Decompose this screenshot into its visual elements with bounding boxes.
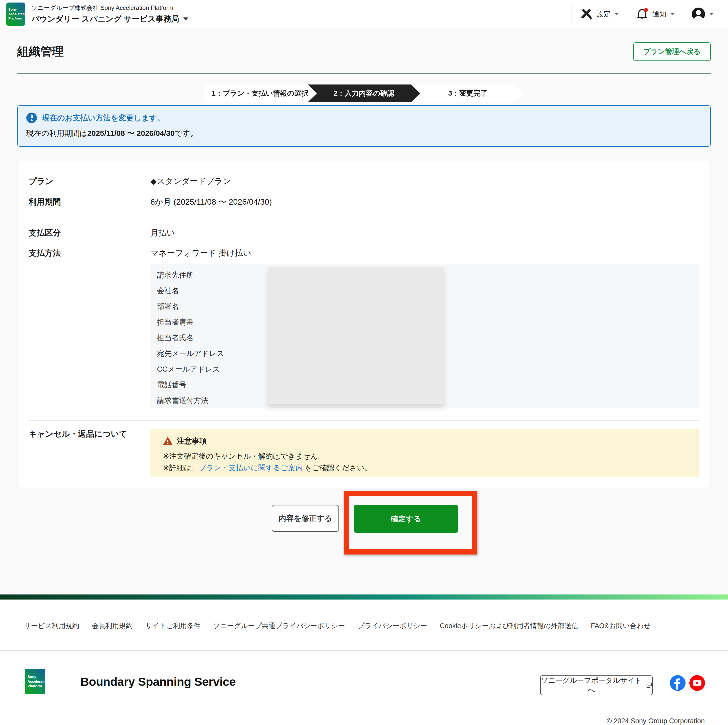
usage-period-value: 6か月 (2025/11/08 〜 2026/04/30)	[150, 197, 272, 207]
org-selector[interactable]: バウンダリー スパニング サービス事務局	[31, 14, 188, 24]
wizard-stepper: 1：プラン・支払い情報の選択 2：入力内容の確認 3：変更完了	[17, 84, 711, 102]
external-link-icon	[646, 682, 652, 688]
account-menu[interactable]	[683, 5, 722, 24]
logo-line: Sony	[28, 674, 45, 679]
confirmation-details-card: プラン ◆スタンダードプラン 利用期間 6か月 (2025/11/08 〜 20…	[17, 161, 711, 488]
service-brand-name: Boundary Spanning Service	[80, 674, 236, 688]
footer-link-service-terms[interactable]: サービス利用規約	[24, 621, 79, 630]
warning-icon	[163, 437, 173, 446]
info-icon	[26, 113, 37, 123]
footer-link-sony-group-privacy-policy[interactable]: ソニーグループ共通プライバシーポリシー	[213, 621, 345, 630]
notice-title: 注意事項	[177, 436, 207, 446]
confirm-button[interactable]: 確定する	[354, 505, 458, 533]
logo-line: Acceleration	[28, 679, 45, 684]
top-header: Sony Acceleration Platform ソニーグループ株式会社 S…	[0, 0, 728, 28]
page-title: 組織管理	[17, 44, 64, 60]
chevron-down-icon	[709, 13, 714, 15]
notifications-menu[interactable]: 通知	[627, 5, 683, 24]
section-divider	[29, 420, 699, 421]
annotation-highlight-box: 確定する	[344, 491, 477, 555]
notifications-label: 通知	[652, 9, 667, 19]
organization-management-page: 組織管理 プラン管理へ戻る 1：プラン・支払い情報の選択 2：入力内容の確認 3…	[0, 28, 728, 552]
settings-tools-icon	[580, 8, 593, 21]
copyright-notice: © 2024 Sony Group Corporation	[607, 717, 705, 725]
footer-link-faq-contact[interactable]: FAQ&お問い合わせ	[591, 621, 651, 630]
usage-period-label: 利用期間	[29, 197, 150, 207]
sony-acceleration-platform-logo: Sony Acceleration Platform	[25, 669, 45, 694]
footer-links-nav: サービス利用規約 会員利用規約 サイトご利用条件 ソニーグループ共通プライバシー…	[0, 599, 728, 651]
notification-badge	[644, 8, 648, 12]
footer-link-site-terms[interactable]: サイトご利用条件	[145, 621, 201, 630]
plan-payment-guide-link[interactable]: プラン・支払いに関するご案内	[199, 464, 305, 472]
payment-type-label: 支払区分	[29, 228, 150, 238]
notice-line-2: ※詳細は、プラン・支払いに関するご案内 をご確認ください。	[163, 462, 689, 474]
step-3-change-complete: 3：変更完了	[412, 84, 524, 102]
payment-change-info-alert: 現在のお支払い方法を変更します。 現在の利用期間は2025/11/08 〜 20…	[17, 105, 711, 147]
logo-line: Platform	[8, 16, 25, 21]
redacted-billing-values	[268, 267, 444, 404]
settings-label: 設定	[596, 9, 611, 19]
payment-method-value: マネーフォワード 掛け払い	[150, 248, 251, 258]
cancel-return-section-label: キャンセル・返品について	[29, 429, 150, 439]
notice-line-1: ※注文確定後のキャンセル・解約はできません。	[163, 450, 689, 462]
logo-line: Sony	[8, 7, 25, 12]
usage-period-value: 2025/11/08 〜 2026/04/30	[87, 129, 174, 137]
footer-gradient-bar	[0, 595, 728, 599]
plan-label: プラン	[29, 176, 150, 186]
title-divider	[17, 74, 711, 74]
youtube-icon[interactable]	[689, 675, 705, 691]
payment-type-value: 月払い	[150, 228, 175, 238]
caution-notice-box: 注意事項 ※注文確定後のキャンセル・解約はできません。 ※詳細は、プラン・支払い…	[150, 429, 699, 477]
alert-body: 現在の利用期間は2025/11/08 〜 2026/04/30です。	[26, 128, 700, 139]
logo-line: Platform	[28, 684, 45, 688]
footer: サービス利用規約 会員利用規約 サイトご利用条件 ソニーグループ共通プライバシー…	[0, 599, 728, 725]
step-1-plan-payment-selection: 1：プラン・支払い情報の選択	[204, 84, 317, 102]
bell-icon	[635, 7, 649, 21]
sony-acceleration-platform-logo[interactable]: Sony Acceleration Platform	[6, 3, 25, 26]
logo-line: Acceleration	[8, 12, 25, 17]
billing-details-panel: 請求先住所 会社名 部署名 担当者肩書 担当者氏名 宛先メールアドレス CCメー…	[150, 264, 699, 408]
alert-title: 現在のお支払い方法を変更します。	[42, 113, 165, 123]
chevron-down-icon	[614, 13, 619, 15]
action-buttons-row: 内容を修正する 確定する	[17, 488, 711, 552]
settings-menu[interactable]: 設定	[572, 5, 627, 24]
chevron-down-icon	[183, 17, 188, 20]
modify-content-button[interactable]: 内容を修正する	[272, 505, 339, 532]
footer-link-privacy-policy[interactable]: プライバシーポリシー	[358, 621, 427, 630]
org-name: バウンダリー スパニング サービス事務局	[31, 14, 179, 24]
chevron-down-icon	[670, 13, 674, 15]
step-2-confirm-input: 2：入力内容の確認	[308, 84, 421, 102]
facebook-icon[interactable]	[670, 675, 685, 691]
avatar-icon	[691, 7, 706, 21]
section-divider	[29, 216, 699, 216]
payment-method-label: 支払方法	[29, 248, 150, 258]
sony-group-portal-button[interactable]: ソニーグループポータルサイトへ	[540, 675, 653, 695]
footer-link-cookie-policy[interactable]: Cookieポリシーおよび利用者情報の外部送信	[440, 621, 578, 630]
company-name: ソニーグループ株式会社 Sony Acceleration Platform	[31, 4, 188, 12]
back-to-plan-management-button[interactable]: プラン管理へ戻る	[633, 42, 711, 61]
footer-link-member-terms[interactable]: 会員利用規約	[92, 621, 133, 630]
plan-value: ◆スタンダードプラン	[150, 176, 231, 186]
